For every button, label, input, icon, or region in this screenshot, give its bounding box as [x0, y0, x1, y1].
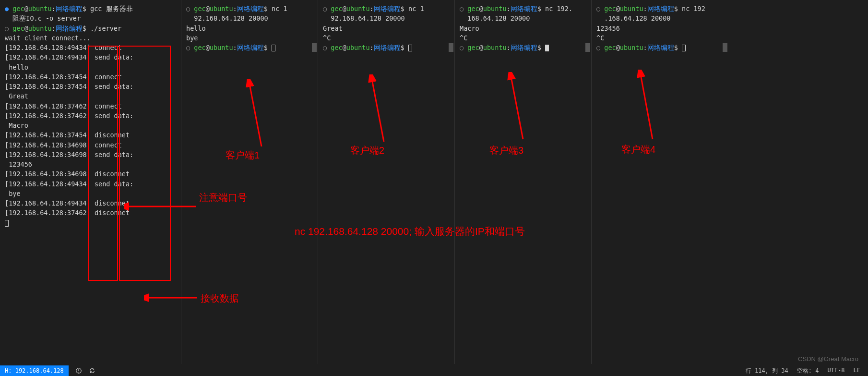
- output-line: hello: [186, 24, 313, 33]
- output-line: [192.168.64.128:49434] disconnet: [5, 198, 176, 208]
- output-line: [192.168.64.128:37462] send data:: [5, 111, 176, 121]
- cmd-continuation: 92.168.64.128 20000: [186, 13, 313, 23]
- cmd-continuation: .168.64.128 20000: [596, 13, 724, 23]
- terminal-pane-client-1[interactable]: ○ gec@ubuntu:网络编程$ nc 1 92.168.64.128 20…: [181, 0, 318, 364]
- output-line: Macro: [5, 121, 176, 130]
- status-line-col[interactable]: 行 114, 列 34: [746, 367, 788, 375]
- terminal-pane-client-2[interactable]: ○ gec@ubuntu:网络编程$ nc 1 92.168.64.128 20…: [318, 0, 455, 364]
- prompt-line: ● gec@ubuntu:网络编程$ gcc 服务器非: [5, 4, 176, 13]
- prompt-line: ○ gec@ubuntu:网络编程$ ./server: [5, 24, 176, 33]
- warning-icon[interactable]: [75, 367, 82, 374]
- output-line: 123456: [596, 24, 724, 33]
- output-line: Macro: [460, 24, 586, 33]
- scrollbar[interactable]: [312, 43, 317, 52]
- cmd-continuation: 阻塞IO.c -o server: [5, 13, 176, 23]
- prompt-line: ○ gec@ubuntu:网络编程$ nc 1: [323, 4, 450, 13]
- output-line: [192.168.64.128:37454] connect: [5, 72, 176, 82]
- prompt-line: ○ gec@ubuntu:网络编程$: [186, 43, 313, 52]
- status-encoding[interactable]: UTF-8: [827, 367, 844, 375]
- terminal-pane-client-3[interactable]: ○ gec@ubuntu:网络编程$ nc 192. 168.64.128 20…: [455, 0, 592, 364]
- output-line: [192.168.64.128:49434] connect: [5, 43, 176, 52]
- svg-point-8: [78, 372, 79, 372]
- sync-icon[interactable]: [89, 367, 95, 374]
- status-spaces[interactable]: 空格: 4: [797, 367, 819, 375]
- output-line: bye: [5, 189, 176, 198]
- cursor-line: [5, 218, 176, 228]
- output-line: [192.168.64.128:37462] connect: [5, 101, 176, 111]
- scrollbar[interactable]: [449, 43, 453, 52]
- prompt-line: ○ gec@ubuntu:网络编程$: [460, 43, 586, 52]
- output-line: [192.168.64.128:34698] connect: [5, 140, 176, 150]
- output-line: hello: [5, 62, 176, 72]
- prompt-line: ○ gec@ubuntu:网络编程$ nc 1: [186, 4, 313, 13]
- status-eol[interactable]: LF: [854, 367, 860, 375]
- watermark: CSDN @Great Macro: [798, 355, 858, 363]
- scrollbar[interactable]: [723, 43, 727, 52]
- status-host[interactable]: H: 192.168.64.128: [0, 365, 69, 376]
- output-line: 123456: [5, 159, 176, 169]
- output-line: [192.168.64.128:37462] disconnet: [5, 208, 176, 218]
- output-line: [192.168.64.128:34698] disconnet: [5, 169, 176, 179]
- prompt-line: ○ gec@ubuntu:网络编程$: [323, 43, 450, 52]
- cmd-continuation: 92.168.64.128 20000: [323, 13, 450, 23]
- status-bar: H: 192.168.64.128 行 114, 列 34 空格: 4 UTF-…: [0, 365, 868, 376]
- output-line: [192.168.64.128:49434] send data:: [5, 52, 176, 62]
- cmd-continuation: 168.64.128 20000: [460, 13, 586, 23]
- scrollbar[interactable]: [585, 43, 590, 52]
- output-line: Great: [323, 24, 450, 33]
- output-line: ^C: [460, 33, 586, 43]
- terminal-pane-client-4[interactable]: ○ gec@ubuntu:网络编程$ nc 192 .168.64.128 20…: [592, 0, 728, 364]
- output-line: [192.168.64.128:37454] send data:: [5, 82, 176, 91]
- prompt-line: ○ gec@ubuntu:网络编程$ nc 192.: [460, 4, 586, 13]
- output-line: bye: [186, 33, 313, 43]
- terminal-pane-server[interactable]: ● gec@ubuntu:网络编程$ gcc 服务器非 阻塞IO.c -o se…: [0, 0, 181, 364]
- prompt-line: ○ gec@ubuntu:网络编程$: [596, 43, 724, 52]
- output-line: wait client connect...: [5, 33, 176, 43]
- prompt-line: ○ gec@ubuntu:网络编程$ nc 192: [596, 4, 724, 13]
- output-line: [192.168.64.128:37454] disconnet: [5, 130, 176, 140]
- output-line: ^C: [596, 33, 724, 43]
- output-line: [192.168.64.128:34698] send data:: [5, 150, 176, 159]
- output-line: Great: [5, 91, 176, 101]
- output-line: [192.168.64.128:49434] send data:: [5, 179, 176, 189]
- output-line: ^C: [323, 33, 450, 43]
